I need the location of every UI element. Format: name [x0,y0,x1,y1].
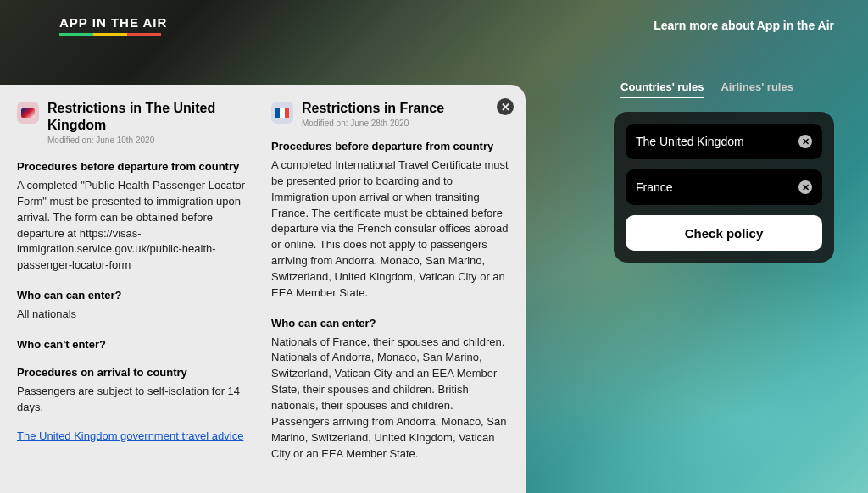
column-header: Restrictions in France Modified on: June… [271,100,510,128]
origin-country-value: The United Kingdom [636,135,744,148]
section-body: A completed "Public Health Passenger Loc… [17,178,256,274]
restrictions-panel: ✕ Restrictions in The United Kingdom Mod… [0,85,526,493]
column-modified: Modified on: June 10th 2020 [47,136,256,145]
policy-card: The United Kingdom ✕ France ✕ Check poli… [614,112,834,263]
brand-logo[interactable]: APP IN THE AIR [59,15,167,36]
restriction-column-uk: Restrictions in The United Kingdom Modif… [17,100,264,493]
close-icon[interactable]: ✕ [497,98,514,115]
destination-country-field[interactable]: France ✕ [626,169,822,205]
section-heading: Procedures before departure from country [271,140,510,152]
policy-search-panel: Countries' rules Airlines' rules The Uni… [614,80,834,263]
uk-flag-icon [17,102,39,124]
section-body: Passengers are subject to self-isolation… [17,384,256,416]
section-heading: Procedures before departure from country [17,160,256,173]
column-title: Restrictions in The United Kingdom [47,100,256,134]
section-heading: Who can't enter? [17,338,256,351]
destination-country-value: France [636,180,673,194]
origin-country-field[interactable]: The United Kingdom ✕ [626,124,822,159]
restriction-column-fr: Restrictions in France Modified on: June… [271,100,519,493]
section-heading: Who can can enter? [17,289,256,302]
tab-countries-rules[interactable]: Countries' rules [620,80,704,98]
clear-destination-icon[interactable]: ✕ [798,180,812,194]
section-heading: Procedures on arrival to country [17,366,256,379]
tab-airlines-rules[interactable]: Airlines' rules [721,80,793,98]
gov-travel-advice-link[interactable]: The United Kingdom government travel adv… [17,429,243,442]
rules-tabs: Countries' rules Airlines' rules [620,80,834,98]
learn-more-link[interactable]: Learn more about App in the Air [654,19,834,32]
column-header: Restrictions in The United Kingdom Modif… [17,100,256,145]
brand-logo-text: APP IN THE AIR [59,15,167,30]
section-body: All nationals [17,307,256,323]
brand-logo-underline [59,33,161,36]
column-title: Restrictions in France [302,100,444,117]
section-heading: Who can can enter? [271,317,510,330]
section-body: Nationals of France, their spouses and c… [271,335,510,463]
clear-origin-icon[interactable]: ✕ [798,135,812,148]
top-bar: APP IN THE AIR Learn more about App in t… [0,0,868,36]
fr-flag-icon [271,102,293,124]
section-body: A completed International Travel Certifi… [271,158,510,302]
column-modified: Modified on: June 28th 2020 [302,119,444,128]
check-policy-button[interactable]: Check policy [626,215,822,251]
